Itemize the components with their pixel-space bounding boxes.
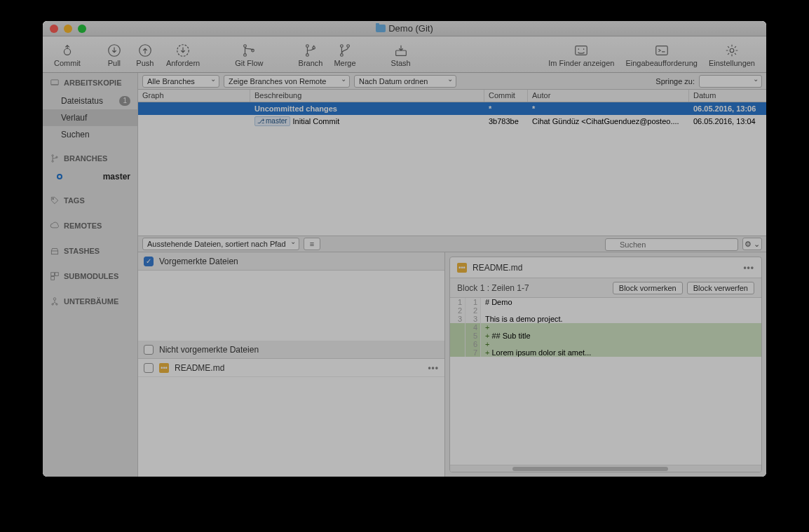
stash-button[interactable]: Stash	[386, 41, 416, 69]
list-view-button[interactable]: ≡	[304, 238, 320, 250]
sort-select[interactable]: Nach Datum ordnen	[354, 75, 456, 88]
commit-button[interactable]: Commit	[48, 41, 86, 69]
stage-hunk-button[interactable]: Block vormerken	[613, 282, 683, 294]
sidebar: ARBEITSKOPIE Dateistatus1 Verlauf Suchen…	[43, 73, 138, 477]
staged-files-header: ✓ Vorgemerkte Dateien	[138, 252, 444, 271]
svg-point-5	[244, 53, 247, 56]
diff-file-header: ••• README.md •••	[450, 257, 761, 278]
sidebar-branch-master[interactable]: master	[43, 168, 137, 185]
sidebar-item-history[interactable]: Verlauf	[43, 109, 137, 126]
toolbar: Commit Pull Push Anfordern Git Flow Bran…	[43, 36, 766, 73]
close-icon[interactable]	[50, 25, 58, 33]
diff-pane: ••• README.md ••• Block 1 : Zeilen 1-7 B…	[445, 252, 766, 477]
diff-body[interactable]: 11# Demo2233This is a demo project.45## …	[450, 298, 761, 465]
pull-button[interactable]: Pull	[99, 41, 130, 69]
files-pane: ✓ Vorgemerkte Dateien Nicht vorgemerkte …	[138, 252, 445, 477]
svg-point-4	[244, 44, 247, 47]
sidebar-section-workingcopy[interactable]: ARBEITSKOPIE	[43, 73, 137, 93]
col-header-date[interactable]: Datum	[689, 90, 766, 102]
terminal-button[interactable]: Eingabeaufforderung	[620, 41, 703, 69]
folder-icon	[376, 25, 386, 32]
svg-point-19	[52, 161, 53, 162]
file-toolbar: Ausstehende Dateien, sortiert nach Pfad …	[138, 236, 766, 252]
staged-checkbox[interactable]: ✓	[144, 257, 154, 266]
titlebar: Demo (Git)	[43, 21, 766, 36]
commits-list: Uncommitted changes**06.05.2016, 13:06ma…	[138, 102, 766, 236]
file-actions-button[interactable]: •••	[428, 363, 439, 373]
filestatus-badge: 1	[119, 96, 130, 106]
col-header-graph[interactable]: Graph	[138, 90, 250, 102]
gitflow-button[interactable]: Git Flow	[229, 41, 268, 69]
settings-button[interactable]: Einstellungen	[703, 41, 761, 69]
options-gear-button[interactable]: ⚙ ⌄	[742, 238, 762, 250]
search-input[interactable]	[605, 238, 738, 251]
filter-bar: Alle Branches Zeige Branches von Remote …	[138, 73, 766, 90]
zoom-icon[interactable]	[78, 25, 86, 33]
svg-point-26	[53, 298, 56, 301]
jump-to-label: Springe zu:	[655, 77, 695, 86]
svg-point-0	[64, 48, 70, 55]
unstaged-checkbox[interactable]	[144, 345, 154, 355]
commits-header: Graph Beschreibung Commit Autor Datum	[138, 90, 766, 102]
col-header-author[interactable]: Autor	[528, 90, 689, 102]
pending-files-select[interactable]: Ausstehende Dateien, sortiert nach Pfad	[142, 238, 299, 250]
svg-rect-23	[51, 273, 55, 276]
branch-filter-select[interactable]: Alle Branches	[142, 75, 219, 88]
sidebar-section-submodules[interactable]: SUBMODULES	[43, 266, 137, 286]
svg-point-16	[730, 48, 734, 53]
branch-dot-icon	[57, 174, 62, 179]
unstaged-files-header: Nicht vorgemerkte Dateien	[138, 341, 444, 359]
svg-rect-15	[655, 46, 667, 55]
svg-point-7	[306, 53, 309, 56]
fetch-button[interactable]: Anfordern	[161, 41, 205, 69]
branch-button[interactable]: Branch	[293, 41, 329, 69]
diff-hunk-header: Block 1 : Zeilen 1-7 Block vormerken Blo…	[450, 278, 761, 298]
svg-point-12	[347, 44, 350, 47]
sidebar-section-subtrees[interactable]: UNTERBÄUME	[43, 292, 137, 311]
svg-point-18	[52, 155, 53, 156]
file-row-readme[interactable]: ••• README.md •••	[138, 359, 444, 377]
col-header-commit[interactable]: Commit	[484, 90, 528, 102]
sidebar-section-tags[interactable]: TAGS	[43, 191, 137, 210]
svg-point-10	[341, 44, 344, 47]
window-title: Demo (Git)	[388, 23, 433, 34]
main-content: Alle Branches Zeige Branches von Remote …	[138, 73, 766, 477]
sidebar-section-remotes[interactable]: REMOTES	[43, 216, 137, 236]
minimize-icon[interactable]	[64, 25, 72, 33]
modified-file-icon: •••	[457, 263, 467, 273]
merge-button[interactable]: Merge	[328, 41, 361, 69]
discard-hunk-button[interactable]: Block verwerfen	[687, 282, 754, 294]
svg-rect-22	[51, 251, 57, 254]
commit-row[interactable]: Uncommitted changes**06.05.2016, 13:06	[138, 102, 766, 115]
sidebar-section-stashes[interactable]: STASHES	[43, 241, 137, 261]
commit-row[interactable]: masterInitial Commit3b783beCihat Gündüz …	[138, 115, 766, 128]
col-header-description[interactable]: Beschreibung	[250, 90, 484, 102]
show-in-finder-button[interactable]: Im Finder anzeigen	[543, 41, 620, 69]
svg-point-11	[341, 53, 344, 56]
svg-rect-24	[55, 273, 59, 276]
push-button[interactable]: Push	[130, 41, 161, 69]
jump-to-select[interactable]	[699, 75, 762, 88]
svg-point-21	[53, 198, 54, 200]
svg-rect-25	[51, 277, 55, 280]
remote-filter-select[interactable]: Zeige Branches von Remote	[224, 75, 350, 88]
svg-rect-13	[395, 50, 406, 55]
file-checkbox[interactable]	[144, 363, 154, 373]
diff-scrollbar[interactable]	[450, 465, 761, 472]
svg-rect-17	[51, 80, 59, 85]
sidebar-item-filestatus[interactable]: Dateistatus1	[43, 93, 137, 109]
sidebar-item-search[interactable]: Suchen	[43, 126, 137, 143]
sidebar-section-branches[interactable]: BRANCHES	[43, 149, 137, 168]
diff-actions-button[interactable]: •••	[743, 263, 754, 273]
modified-file-icon: •••	[159, 363, 169, 373]
svg-point-8	[306, 44, 309, 47]
app-window: Demo (Git) Commit Pull Push Anfordern Gi…	[43, 21, 766, 477]
